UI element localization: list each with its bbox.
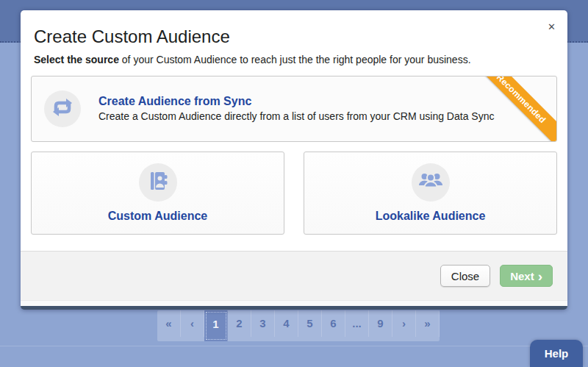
- pagination-page-6[interactable]: 6: [322, 310, 345, 337]
- chevron-right-icon: ›: [538, 271, 542, 282]
- dialog-bottom-strip: [21, 300, 567, 306]
- close-button[interactable]: Close: [440, 265, 490, 287]
- dialog-body: Create Audience from Sync Create a Custo…: [21, 65, 567, 235]
- pagination-page-9[interactable]: 9: [369, 310, 392, 337]
- background-divider: [0, 346, 588, 346]
- pagination: « ‹ 1 2 3 4 5 6 ... 9 › »: [157, 310, 440, 341]
- page-background: « ‹ 1 2 3 4 5 6 ... 9 › » Help Create Cu…: [0, 0, 588, 367]
- pagination-first[interactable]: «: [157, 310, 181, 337]
- audience-type-cards: Custom Audience: [31, 152, 557, 235]
- pagination-page-2[interactable]: 2: [228, 310, 251, 337]
- pagination-prev[interactable]: ‹: [181, 310, 204, 337]
- custom-audience-card[interactable]: Custom Audience: [31, 152, 284, 235]
- dialog-subtitle: Select the source of your Custom Audienc…: [34, 54, 554, 65]
- sync-card-title: Create Audience from Sync: [98, 94, 494, 109]
- close-icon[interactable]: ✕: [548, 22, 556, 32]
- dialog-header: Create Custom Audience ✕ Select the sour…: [21, 10, 567, 65]
- sync-card-text: Create Audience from Sync Create a Custo…: [98, 94, 494, 124]
- lookalike-audience-icon-circle: [412, 163, 450, 202]
- custom-audience-icon-circle: [139, 163, 177, 202]
- dialog-title: Create Custom Audience: [34, 26, 554, 47]
- address-book-icon: [140, 163, 176, 202]
- sync-icon-circle: [44, 90, 81, 127]
- pagination-page-4[interactable]: 4: [275, 310, 298, 337]
- sync-arrows-icon: [44, 89, 81, 129]
- pagination-page-1[interactable]: 1: [204, 310, 228, 341]
- pagination-ellipsis: ...: [345, 310, 369, 337]
- next-button-label: Next: [510, 270, 534, 282]
- pagination-last[interactable]: »: [416, 310, 440, 337]
- help-button[interactable]: Help: [530, 340, 583, 367]
- pagination-page-5[interactable]: 5: [298, 310, 322, 337]
- subtitle-bold-text: Select the source: [34, 54, 119, 65]
- create-audience-from-sync-card[interactable]: Create Audience from Sync Create a Custo…: [31, 76, 557, 142]
- create-custom-audience-dialog: Create Custom Audience ✕ Select the sour…: [21, 10, 567, 310]
- people-group-icon: [412, 163, 449, 202]
- pagination-next[interactable]: ›: [392, 310, 416, 337]
- custom-audience-label: Custom Audience: [108, 210, 207, 223]
- pagination-page-3[interactable]: 3: [251, 310, 275, 337]
- dialog-footer: Close Next ›: [21, 251, 567, 300]
- next-button[interactable]: Next ›: [500, 265, 553, 287]
- subtitle-rest-text: of your Custom Audience to reach just th…: [119, 54, 471, 65]
- sync-card-description: Create a Custom Audience directly from a…: [98, 110, 494, 124]
- lookalike-audience-label: Lookalike Audience: [376, 210, 486, 223]
- lookalike-audience-card[interactable]: Lookalike Audience: [304, 152, 557, 235]
